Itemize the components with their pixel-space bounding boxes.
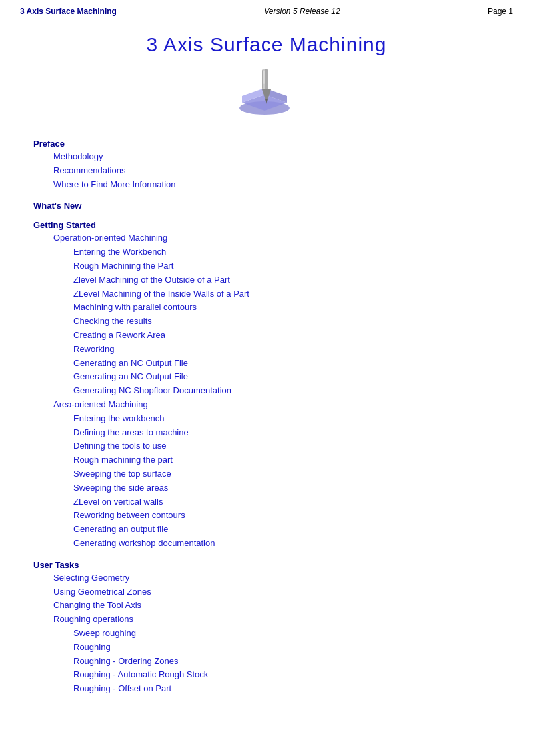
toc-item[interactable]: Changing the Tool Axis <box>33 599 500 613</box>
toc-section: User TasksSelecting GeometryUsing Geomet… <box>33 560 500 696</box>
toc-item[interactable]: Checking the results <box>33 315 500 329</box>
toc-item[interactable]: Generating an NC Output File <box>33 357 500 371</box>
machining-tool-icon <box>237 63 296 123</box>
toc-item[interactable]: ZLevel Machining of the Inside Walls of … <box>33 287 500 301</box>
toc-item[interactable]: Creating a Rework Area <box>33 329 500 343</box>
page-title: 3 Axis Surface Machining <box>33 33 500 56</box>
toc-item[interactable]: Reworking between contours <box>33 509 500 523</box>
toc-section: Getting StartedOperation-oriented Machin… <box>33 220 500 550</box>
toc-item[interactable]: Sweep roughing <box>33 627 500 641</box>
section-heading[interactable]: User Tasks <box>33 560 500 570</box>
toc-item[interactable]: Sweeping the side areas <box>33 481 500 495</box>
toc-item[interactable]: Defining the areas to machine <box>33 426 500 440</box>
toc-item[interactable]: Rough Machining the Part <box>33 259 500 273</box>
toc-item[interactable]: Area-oriented Machining <box>33 398 500 412</box>
toc-item[interactable]: Roughing operations <box>33 613 500 627</box>
toc-section: What's New <box>33 201 500 211</box>
toc-item[interactable]: Using Geometrical Zones <box>33 585 500 599</box>
toc-item[interactable]: Generating NC Shopfloor Documentation <box>33 384 500 398</box>
icon-area <box>33 63 500 125</box>
toc-item[interactable]: Reworking <box>33 343 500 357</box>
toc-item[interactable]: Selecting Geometry <box>33 571 500 585</box>
toc-item[interactable]: Zlevel Machining of the Outside of a Par… <box>33 273 500 287</box>
toc-item[interactable]: Sweeping the top surface <box>33 467 500 481</box>
toc-item[interactable]: Roughing - Offset on Part <box>33 682 500 696</box>
toc-item[interactable]: Where to Find More Information <box>33 178 500 192</box>
page-content: 3 Axis Surface Machining PrefaceMethodol… <box>0 33 533 696</box>
toc-item[interactable]: Entering the Workbench <box>33 245 500 259</box>
toc-section: PrefaceMethodologyRecommendationsWhere t… <box>33 139 500 191</box>
toc-item[interactable]: Rough machining the part <box>33 453 500 467</box>
page: 3 Axis Surface Machining Version 5 Relea… <box>0 0 533 756</box>
section-heading[interactable]: Getting Started <box>33 220 500 230</box>
toc-item[interactable]: Generating an NC Output File <box>33 370 500 384</box>
toc-item[interactable]: Recommendations <box>33 164 500 178</box>
header-version: Version 5 Release 12 <box>264 7 340 16</box>
toc-item[interactable]: ZLevel on vertical walls <box>33 495 500 509</box>
page-header: 3 Axis Surface Machining Version 5 Relea… <box>0 0 533 20</box>
header-title-left: 3 Axis Surface Machining <box>20 7 117 16</box>
toc-container: PrefaceMethodologyRecommendationsWhere t… <box>33 139 500 696</box>
toc-item[interactable]: Generating workshop documentation <box>33 537 500 551</box>
toc-item[interactable]: Roughing - Automatic Rough Stock <box>33 668 500 682</box>
toc-item[interactable]: Methodology <box>33 150 500 164</box>
toc-item[interactable]: Roughing <box>33 641 500 655</box>
svg-rect-8 <box>263 71 265 84</box>
toc-item[interactable]: Entering the workbench <box>33 412 500 426</box>
section-heading[interactable]: Preface <box>33 139 500 149</box>
section-heading[interactable]: What's New <box>33 201 500 211</box>
toc-item[interactable]: Operation-oriented Machining <box>33 231 500 245</box>
toc-item[interactable]: Defining the tools to use <box>33 439 500 453</box>
header-page: Page 1 <box>488 7 513 16</box>
toc-item[interactable]: Machining with parallel contours <box>33 301 500 315</box>
toc-item[interactable]: Generating an output file <box>33 523 500 537</box>
toc-item[interactable]: Roughing - Ordering Zones <box>33 655 500 669</box>
